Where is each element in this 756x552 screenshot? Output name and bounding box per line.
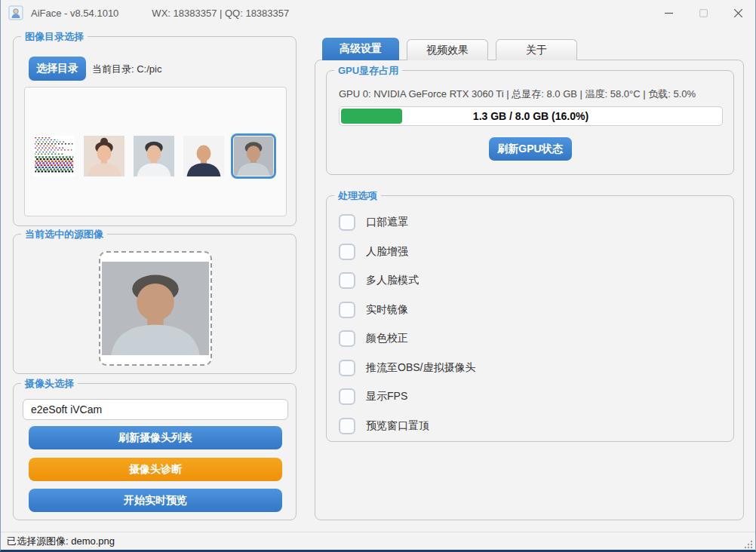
group-title: 当前选中的源图像 — [21, 228, 107, 241]
option-label: 实时镜像 — [366, 303, 408, 317]
refresh-camera-list-button[interactable]: 刷新摄像头列表 — [29, 426, 282, 449]
tab-video-effects[interactable]: 视频效果 — [407, 39, 488, 60]
current-directory-label: 当前目录: C:/pic — [92, 63, 161, 76]
refresh-gpu-status-button[interactable]: 刷新GPU状态 — [489, 137, 572, 161]
source-image-preview — [99, 251, 212, 366]
maximize-button[interactable] — [686, 0, 721, 26]
settings-pane: GPU显存占用 GPU 0: NVIDIA GeForce RTX 3060 T… — [315, 60, 744, 520]
thumbnail-old-man[interactable] — [231, 133, 276, 179]
group-title: GPU显存占用 — [334, 64, 402, 78]
option-label: 预览窗口置顶 — [366, 419, 429, 433]
status-text: 已选择源图像: demo.png — [7, 535, 115, 548]
option-row[interactable]: 口部遮罩 — [339, 214, 408, 231]
group-title: 摄像头选择 — [21, 377, 78, 391]
group-title: 处理选项 — [334, 189, 381, 203]
close-button[interactable] — [721, 0, 755, 26]
start-live-preview-button[interactable]: 开始实时预览 — [29, 489, 282, 512]
choose-directory-button[interactable]: 选择目录 — [29, 57, 86, 81]
minimize-icon — [665, 9, 673, 17]
checkbox-unchecked-icon[interactable] — [339, 272, 355, 289]
checkbox-unchecked-icon[interactable] — [339, 330, 355, 347]
option-label: 多人脸模式 — [366, 274, 419, 287]
app-window: AiFace - v8.54.1010 WX: 18383357 | QQ: 1… — [0, 0, 756, 552]
progress-label: 1.3 GB / 8.0 GB (16.0%) — [340, 107, 722, 125]
maximize-icon — [699, 9, 708, 17]
option-row[interactable]: 人脸增强 — [339, 244, 408, 260]
tab-about[interactable]: 关于 — [496, 39, 577, 60]
camera-group: 摄像头选择 e2eSoft iVCam 刷新摄像头列表 摄像头诊断 开始实时预览 — [13, 383, 297, 520]
checkbox-unchecked-icon[interactable] — [339, 388, 355, 405]
title-bar[interactable]: AiFace - v8.54.1010 WX: 18383357 | QQ: 1… — [1, 0, 755, 26]
thumbnail-list — [24, 87, 287, 216]
thumbnail-woman[interactable] — [84, 136, 124, 176]
option-label: 口部遮罩 — [366, 216, 408, 229]
resize-grip[interactable] — [744, 538, 753, 547]
processing-options-group: 处理选项 口部遮罩人脸增强多人脸模式实时镜像颜色校正推流至OBS/虚拟摄像头显示… — [326, 195, 734, 442]
checkbox-unchecked-icon[interactable] — [339, 214, 355, 231]
option-label: 推流至OBS/虚拟摄像头 — [366, 361, 475, 375]
thumbnail-young-man[interactable] — [134, 136, 174, 176]
gpu-info-label: GPU 0: NVIDIA GeForce RTX 3060 Ti | 总显存:… — [339, 87, 696, 101]
option-label: 人脸增强 — [366, 245, 408, 259]
checkbox-unchecked-icon[interactable] — [339, 244, 355, 260]
thumbnail-row — [34, 136, 283, 176]
option-row[interactable]: 颜色校正 — [339, 330, 408, 347]
checkbox-unchecked-icon[interactable] — [339, 418, 355, 434]
group-title: 图像目录选择 — [21, 30, 88, 44]
option-row[interactable]: 实时镜像 — [339, 302, 408, 318]
source-image-group: 当前选中的源图像 — [13, 234, 297, 374]
window-title: AiFace - v8.54.1010 — [31, 8, 118, 19]
checkbox-unchecked-icon[interactable] — [339, 360, 355, 376]
option-row[interactable]: 预览窗口置顶 — [339, 418, 429, 434]
app-logo-icon — [8, 5, 23, 20]
option-label: 显示FPS — [366, 390, 407, 403]
minimize-button[interactable] — [651, 0, 686, 26]
option-row[interactable]: 推流至OBS/虚拟摄像头 — [339, 360, 475, 376]
image-directory-group: 图像目录选择 选择目录 当前目录: C:/pic — [13, 36, 297, 226]
camera-select[interactable]: e2eSoft iVCam — [23, 399, 288, 420]
close-icon — [734, 9, 742, 17]
status-bar: 已选择源图像: demo.png — [1, 532, 755, 550]
option-row[interactable]: 显示FPS — [339, 388, 407, 405]
checkbox-unchecked-icon[interactable] — [339, 302, 355, 318]
option-row[interactable]: 多人脸模式 — [339, 272, 419, 289]
tab-bar: 高级设置视频效果关于 — [322, 38, 585, 60]
camera-diagnose-button[interactable]: 摄像头诊断 — [29, 458, 282, 481]
option-label: 颜色校正 — [366, 332, 408, 345]
thumbnail-bald-man[interactable] — [183, 136, 224, 176]
tab-advanced-settings[interactable]: 高级设置 — [322, 38, 399, 60]
thumbnail-noise[interactable] — [34, 136, 75, 176]
gpu-memory-progressbar: 1.3 GB / 8.0 GB (16.0%) — [339, 106, 723, 126]
contact-info: WX: 18383357 | QQ: 18383357 — [152, 8, 289, 19]
gpu-memory-group: GPU显存占用 GPU 0: NVIDIA GeForce RTX 3060 T… — [326, 70, 734, 175]
